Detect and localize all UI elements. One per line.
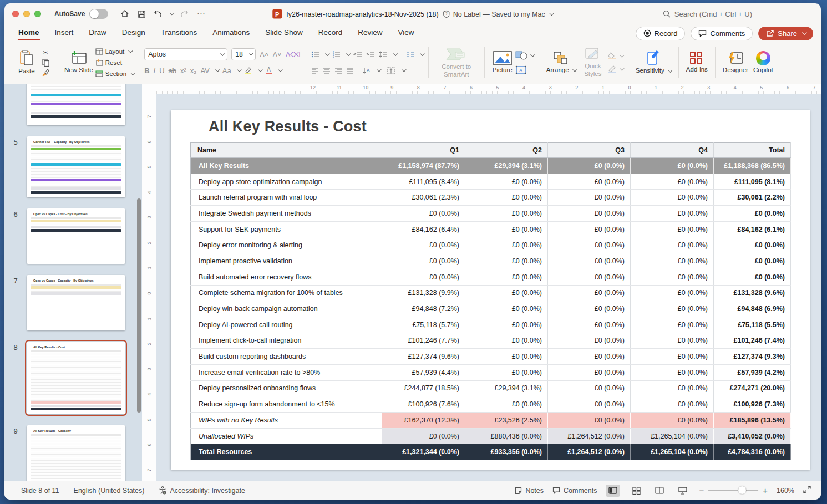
table-row[interactable]: Deploy win-back campaign automation£94,8… [191,301,791,317]
table-row[interactable]: Launch referral program with viral loop£… [191,190,791,206]
highlight-color-button[interactable] [244,67,252,74]
table-row[interactable]: Implement proactive validation£0 (0.0%)£… [191,253,791,269]
table-row[interactable]: Build custom reporting dashboards£127,37… [191,349,791,365]
text-box-icon[interactable]: A [515,65,526,74]
addins-button[interactable]: Add-ins [684,50,710,74]
notes-button[interactable]: Notes [515,487,544,495]
reset-button[interactable]: Reset [105,59,122,66]
convert-to-smartart-button[interactable]: Convert to SmartArt [434,45,479,80]
slide-title[interactable]: All Key Results - Cost [209,118,367,135]
section-button[interactable]: Section [105,70,126,77]
accessibility-button[interactable]: ! Accessibility: Investigate [159,486,245,495]
tab-record[interactable]: Record [318,26,343,41]
italic-button[interactable]: I [154,67,156,75]
slide-thumbnail-4[interactable]: 4Gartner RSF - Cost - By Objectives [4,84,142,125]
strikethrough-button[interactable]: ab [169,67,176,75]
table-row[interactable]: Build automated error recovery flows£0 (… [191,269,791,285]
record-button[interactable]: Record [636,27,686,40]
underline-button[interactable]: U [159,67,164,75]
comments-button[interactable]: Comments [691,27,753,40]
fullscreen-window-button[interactable] [34,11,41,17]
slide-thumbnail-9[interactable]: 9All Key Results - Capacity [4,425,142,481]
font-size-select[interactable]: 18 [231,48,256,60]
slide-canvas[interactable]: All Key Results - Cost NameQ1Q2Q3Q4Total… [156,94,821,481]
undo-chevron-icon[interactable] [170,11,175,15]
quick-styles-button[interactable]: Quick Styles [578,46,608,79]
grow-font-button[interactable]: A˄ [260,50,268,59]
minimize-window-button[interactable] [23,11,30,17]
font-name-select[interactable]: Aptos [144,48,227,60]
bold-button[interactable]: B [144,67,149,75]
sidebar-scrollbar[interactable] [137,198,141,413]
fit-slide-button[interactable] [803,486,811,495]
new-slide-button[interactable]: New Slide [62,50,95,75]
slide-8[interactable]: All Key Results - Cost NameQ1Q2Q3Q4Total… [171,110,810,470]
thumbnail-card[interactable]: Opex vs Capex - Cost - By Objectives [27,208,125,264]
table-row[interactable]: Support for SEK payments£84,162 (6.4%)£0… [191,221,791,237]
zoom-slider[interactable] [708,490,758,491]
comments-toggle-button[interactable]: Comments [552,487,597,495]
zoom-in-button[interactable]: + [763,486,768,495]
format-painter-button[interactable] [39,68,52,78]
sensitivity-status[interactable]: ? No Label — Saved to my Mac [443,10,553,18]
share-button[interactable]: Share [758,27,813,40]
tab-review[interactable]: Review [357,26,383,41]
copilot-button[interactable]: Copilot [750,50,776,75]
shape-fill-icon[interactable] [608,52,617,59]
table-row[interactable]: Total Resources£1,321,344 (0.0%)£933,356… [191,444,791,460]
more-commands-button[interactable]: ⋯ [194,7,207,21]
tab-home[interactable]: Home [18,26,40,41]
arrange-button[interactable]: Arrange [544,50,578,75]
align-right-button[interactable] [334,67,342,74]
numbering-button[interactable]: 123 [332,51,341,58]
save-icon[interactable] [135,7,148,21]
tab-view[interactable]: View [398,26,415,41]
paste-button[interactable]: Paste [14,49,39,76]
reading-view-button[interactable] [652,485,667,497]
sensitivity-button[interactable]: Sensitivity [633,49,673,75]
key-results-table[interactable]: NameQ1Q2Q3Q4TotalAll Key Results£1,158,9… [190,142,791,460]
layout-button[interactable]: Layout [105,48,125,55]
increase-indent-button[interactable] [366,51,375,58]
table-row[interactable]: Deploy app store optimization campaign£1… [191,174,791,190]
table-row[interactable]: Integrate Swedish payment methods£0 (0.0… [191,206,791,222]
table-row[interactable]: All Key Results£1,158,974 (87.7%)£29,394… [191,158,791,174]
cut-button[interactable]: ✂ [39,48,52,58]
tab-design[interactable]: Design [121,26,146,41]
redo-button[interactable] [177,7,191,21]
tab-insert[interactable]: Insert [54,26,74,41]
align-left-button[interactable] [311,67,319,74]
decrease-indent-button[interactable] [353,51,362,58]
slide-thumbnail-8[interactable]: 8All Key Results - Cost [4,342,142,415]
tab-draw[interactable]: Draw [88,26,107,41]
columns-button[interactable] [406,51,414,58]
subscript-button[interactable]: x₂ [190,67,197,75]
font-color-button[interactable]: A [265,67,272,74]
designer-button[interactable]: Designer [721,50,750,75]
thumbnail-card[interactable]: All Key Results - Cost [27,342,125,415]
thumbnail-card[interactable]: Opex vs Capex - Capacity - By Objectives [27,275,125,330]
slide-thumbnail-5[interactable]: 5Gartner RSF - Capacity - By Objectives [4,136,142,197]
table-row[interactable]: WIPs with no Key Results£162,370 (12.3%)… [191,413,791,429]
table-row[interactable]: Implement click-to-call integration£101,… [191,333,791,349]
zoom-level[interactable]: 160% [777,487,794,495]
shapes-icon[interactable] [515,51,527,60]
shrink-font-button[interactable]: A˅ [272,50,281,59]
tab-slide-show[interactable]: Slide Show [265,26,303,41]
close-window-button[interactable] [12,11,19,17]
slideshow-button[interactable] [676,485,690,497]
align-text-button[interactable] [387,67,396,74]
shape-outline-icon[interactable] [608,65,617,73]
table-row[interactable]: Unallocated WIPs£0 (0.0%)£880,436 (0.0%)… [191,428,791,444]
slide-thumbnail-6[interactable]: 6Opex vs Capex - Cost - By Objectives [4,208,142,264]
superscript-button[interactable]: x² [180,67,186,75]
tab-transitions[interactable]: Transitions [160,26,198,41]
change-case-button[interactable]: Aa [222,67,231,75]
line-spacing-button[interactable] [379,51,388,58]
picture-button[interactable]: Picture [490,50,515,75]
justify-button[interactable] [346,67,354,74]
table-row[interactable]: Increase email verification rate to >80%… [191,364,791,380]
slide-thumbnail-7[interactable]: 7Opex vs Capex - Capacity - By Objective… [4,275,142,330]
autosave-toggle[interactable] [89,9,108,19]
text-direction-button[interactable]: A [362,67,371,74]
